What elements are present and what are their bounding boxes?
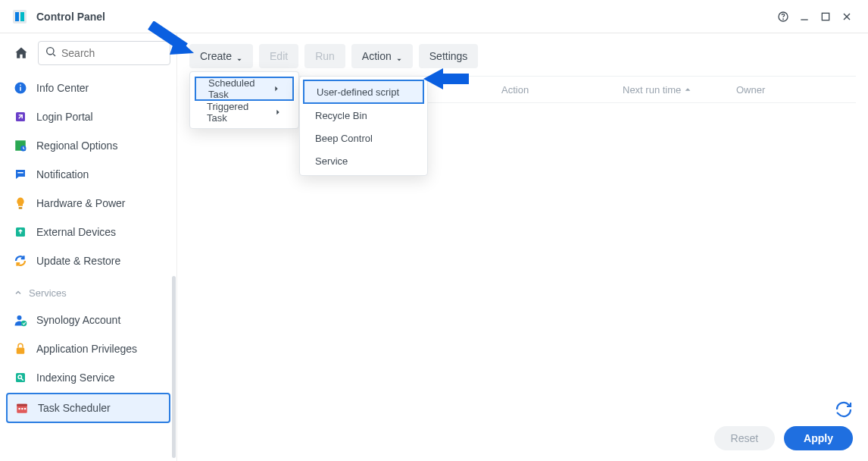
col-next-run-label: Next run time xyxy=(623,84,681,96)
account-icon xyxy=(14,313,27,327)
help-button[interactable] xyxy=(773,6,794,27)
sidebar-item-notification[interactable]: Notification xyxy=(6,161,170,188)
annotation-arrow-submenu xyxy=(423,67,469,89)
run-button[interactable]: Run xyxy=(304,44,345,68)
apply-button[interactable]: Apply xyxy=(784,426,853,450)
sidebar-item-label: Update & Restore xyxy=(36,255,120,267)
upload-icon xyxy=(14,225,27,239)
bulb-icon xyxy=(14,196,27,210)
main-content: Create Scheduled Task Triggered Task xyxy=(177,33,868,461)
minimize-button[interactable] xyxy=(794,6,815,27)
svg-rect-6 xyxy=(822,13,829,20)
caret-down-icon xyxy=(396,53,402,59)
action-button[interactable]: Action xyxy=(351,44,413,68)
toolbar: Create Scheduled Task Triggered Task xyxy=(189,42,856,70)
sidebar-item-application-privileges[interactable]: Application Privileges xyxy=(6,335,170,362)
menu-item-triggered-task[interactable]: Triggered Task xyxy=(195,101,294,124)
portal-icon xyxy=(14,110,27,124)
titlebar: Control Panel xyxy=(0,0,868,33)
sidebar-item-login-portal[interactable]: Login Portal xyxy=(6,103,170,130)
submenu-item-label: Service xyxy=(315,155,348,167)
sidebar-scrollbar[interactable] xyxy=(172,276,176,458)
sidebar-item-label: Application Privileges xyxy=(36,343,137,355)
svg-rect-1 xyxy=(15,12,19,21)
sidebar-item-info-center[interactable]: Info Center xyxy=(6,74,170,102)
submenu-item-label: Recycle Bin xyxy=(315,110,367,121)
maximize-button[interactable] xyxy=(815,6,836,27)
caret-down-icon xyxy=(236,53,242,59)
sidebar-item-external-devices[interactable]: External Devices xyxy=(6,218,170,246)
svg-point-9 xyxy=(47,48,54,55)
home-button[interactable] xyxy=(9,41,33,65)
svg-rect-13 xyxy=(20,85,21,86)
run-button-label: Run xyxy=(315,50,335,62)
refresh-button[interactable] xyxy=(835,400,853,419)
edit-button-label: Edit xyxy=(270,50,288,62)
svg-rect-27 xyxy=(17,404,27,406)
settings-button[interactable]: Settings xyxy=(419,44,479,68)
create-button-label: Create xyxy=(200,50,232,62)
sidebar-item-task-scheduler[interactable]: Task Scheduler xyxy=(6,393,170,423)
reset-button[interactable]: Reset xyxy=(714,426,776,450)
globe-icon xyxy=(14,139,27,152)
services-header[interactable]: Services xyxy=(6,281,170,305)
sidebar-item-label: Synology Account xyxy=(36,314,120,326)
svg-rect-2 xyxy=(20,12,24,21)
svg-rect-22 xyxy=(17,348,25,354)
apply-button-label: Apply xyxy=(804,432,833,444)
svg-point-20 xyxy=(17,315,22,320)
svg-rect-23 xyxy=(16,373,25,382)
scheduled-task-submenu: User-defined script Recycle Bin Beep Con… xyxy=(299,76,428,176)
menu-item-label: Triggered Task xyxy=(207,101,262,124)
sidebar-item-synology-account[interactable]: Synology Account xyxy=(6,306,170,334)
calendar-icon xyxy=(15,401,29,415)
svg-point-21 xyxy=(21,321,27,327)
info-icon xyxy=(14,81,27,95)
submenu-item-service[interactable]: Service xyxy=(303,149,424,172)
action-button-label: Action xyxy=(362,50,392,62)
svg-rect-18 xyxy=(19,207,23,209)
submenu-item-label: User-defined script xyxy=(317,86,399,98)
submenu-item-recycle-bin[interactable]: Recycle Bin xyxy=(303,104,424,127)
sidebar-item-label: Notification xyxy=(36,168,89,180)
svg-point-4 xyxy=(783,19,784,20)
submenu-item-beep-control[interactable]: Beep Control xyxy=(303,127,424,149)
sidebar-item-label: Task Scheduler xyxy=(38,402,111,414)
reset-button-label: Reset xyxy=(731,432,759,444)
col-next-run-time[interactable]: Next run time xyxy=(614,84,727,96)
col-owner[interactable]: Owner xyxy=(727,84,826,96)
sidebar: Info Center Login Portal Regional Option… xyxy=(0,33,177,461)
sidebar-item-indexing-service[interactable]: Indexing Service xyxy=(6,364,170,391)
sidebar-item-update-restore[interactable]: Update & Restore xyxy=(6,247,170,274)
sidebar-item-label: External Devices xyxy=(36,226,116,238)
submenu-item-user-defined-script[interactable]: User-defined script xyxy=(303,80,424,104)
app-icon xyxy=(11,8,29,26)
sidebar-item-regional-options[interactable]: Regional Options xyxy=(6,132,170,159)
edit-button[interactable]: Edit xyxy=(259,44,298,68)
col-action[interactable]: Action xyxy=(492,84,614,96)
svg-rect-0 xyxy=(13,10,27,24)
lock-icon xyxy=(14,342,27,356)
svg-rect-17 xyxy=(17,172,23,174)
index-icon xyxy=(14,371,27,384)
annotation-arrow-create xyxy=(147,21,200,59)
col-action-label: Action xyxy=(501,84,529,96)
sidebar-item-label: Hardware & Power xyxy=(36,197,126,209)
svg-rect-12 xyxy=(20,87,21,91)
footer: Reset Apply xyxy=(714,426,853,450)
sidebar-item-label: Login Portal xyxy=(36,111,93,123)
svg-rect-30 xyxy=(24,408,26,409)
services-header-label: Services xyxy=(29,287,67,299)
svg-line-10 xyxy=(53,54,55,56)
sidebar-item-hardware-power[interactable]: Hardware & Power xyxy=(6,190,170,217)
menu-item-scheduled-task[interactable]: Scheduled Task xyxy=(195,77,294,101)
sort-asc-icon xyxy=(684,84,692,96)
create-menu: Scheduled Task Triggered Task xyxy=(189,71,299,129)
chevron-right-icon xyxy=(273,83,280,95)
menu-item-label: Scheduled Task xyxy=(208,77,261,100)
svg-rect-28 xyxy=(19,408,20,409)
sidebar-item-label: Regional Options xyxy=(36,140,117,152)
close-button[interactable] xyxy=(836,6,857,27)
chevron-right-icon xyxy=(274,107,282,118)
sync-icon xyxy=(14,254,27,268)
